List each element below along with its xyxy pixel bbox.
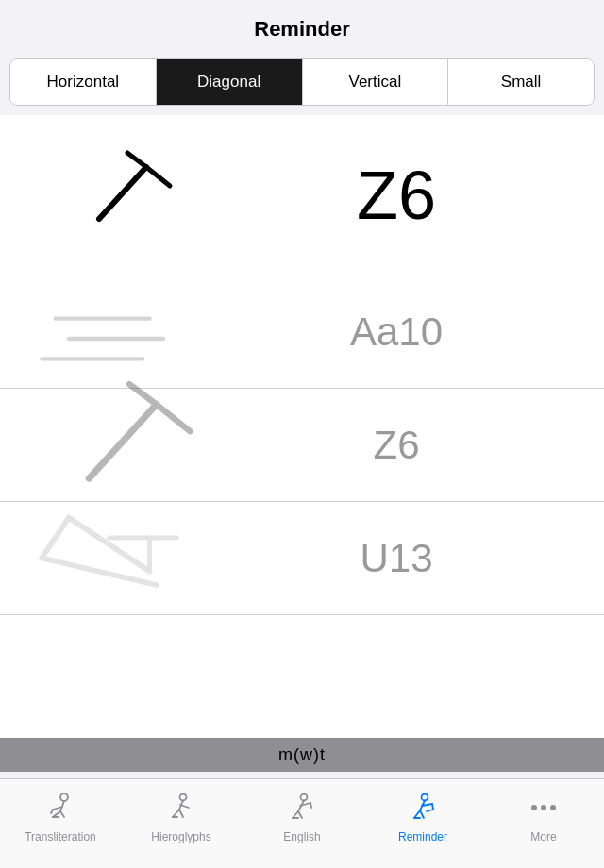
nav-english[interactable]: English [242,789,362,843]
svg-line-1 [146,167,170,186]
hero-section[interactable]: Z6 [0,115,604,275]
list-item[interactable]: Z6 [0,389,604,502]
seg-vertical[interactable]: Vertical [303,59,449,105]
list-item[interactable]: Aa10 [0,275,604,389]
list-label-aa10: Aa10 [217,309,576,355]
header: Reminder [0,0,604,51]
svg-line-29 [293,811,298,818]
middle-bar-text: m(w)t [278,745,326,765]
seg-small[interactable]: Small [448,59,594,105]
svg-line-20 [51,810,53,813]
nav-reminder[interactable]: Reminder [362,789,483,843]
svg-line-25 [179,810,183,817]
nav-hieroglyphs[interactable]: Hieroglyphs [121,789,242,843]
nav-label-hieroglyphs: Hieroglyphs [151,830,210,843]
svg-point-43 [541,805,546,810]
more-icon [525,789,562,826]
seg-diagonal[interactable]: Diagonal [157,59,303,105]
list-label-u13: U13 [217,536,576,581]
svg-line-40 [432,804,433,810]
nav-transliteration[interactable]: Transliteration [0,789,121,843]
svg-line-18 [60,811,64,817]
nav-label-more: More [530,830,556,843]
transliteration-icon [42,789,79,826]
svg-point-27 [301,794,308,801]
svg-line-0 [99,167,146,219]
main-content: Z6 Aa10 Z6 [0,115,604,738]
nav-label-reminder: Reminder [398,830,447,843]
hero-label: Z6 [217,157,576,234]
svg-line-2 [127,153,146,167]
hero-glyph [28,148,217,242]
svg-point-21 [180,794,187,801]
svg-line-33 [310,803,311,808]
svg-line-38 [420,810,424,818]
english-icon [283,789,321,826]
svg-line-41 [427,810,433,811]
list-label-z6: Z6 [217,423,576,468]
svg-line-23 [173,810,179,817]
svg-line-6 [89,405,156,479]
segmented-control: Horizontal Diagonal Vertical Small [9,58,595,106]
svg-line-16 [53,811,60,817]
nav-more[interactable]: More [483,789,604,843]
nav-label-transliteration: Transliteration [25,830,96,843]
hieroglyphs-icon [162,789,200,826]
list-glyph-u13 [28,491,217,626]
list-section: Aa10 Z6 [0,275,604,738]
list-item[interactable]: U13 [0,502,604,615]
svg-point-14 [60,793,68,801]
svg-line-7 [157,405,191,432]
bottom-nav: Transliteration Hieroglyphs [0,778,604,868]
svg-line-9 [69,518,150,572]
page-title: Reminder [254,17,349,41]
reminder-icon [404,789,442,826]
svg-line-8 [129,384,157,404]
middle-bar: m(w)t [0,738,604,772]
svg-point-34 [422,794,428,801]
svg-point-42 [531,805,537,810]
nav-label-english: English [283,830,320,843]
svg-line-10 [42,518,69,559]
svg-line-36 [414,810,420,818]
list-glyph-aa10 [28,292,217,373]
seg-horizontal[interactable]: Horizontal [10,59,157,105]
svg-line-31 [298,811,302,818]
svg-point-44 [550,805,556,810]
